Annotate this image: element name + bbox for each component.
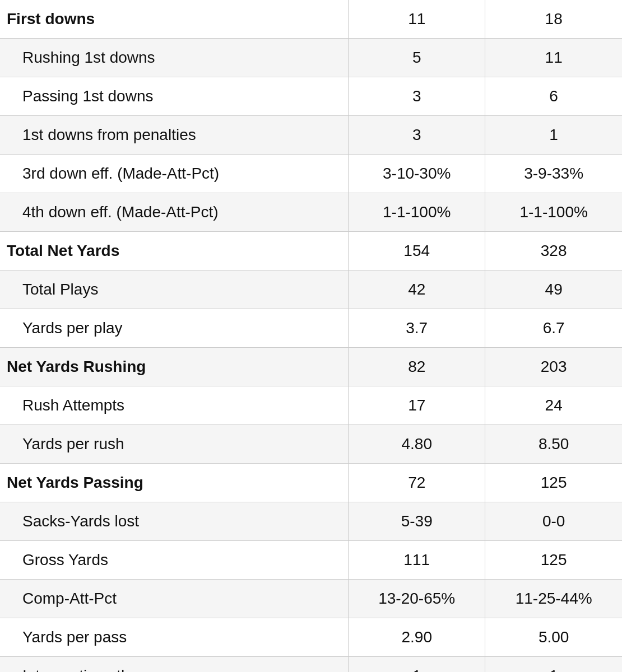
stat-label: Rushing 1st downs [0, 39, 349, 77]
stat-value-team2: 203 [485, 348, 622, 386]
stat-value-team2: 125 [485, 464, 622, 502]
stat-label: Yards per pass [0, 618, 349, 657]
stat-value-team1: 3.7 [349, 309, 485, 348]
stat-value-team1: 4.80 [349, 425, 485, 464]
table-row: Passing 1st downs 3 6 [0, 77, 622, 116]
table-row: Yards per play 3.7 6.7 [0, 309, 622, 348]
stat-value-team1: 3 [349, 77, 485, 116]
table-row: Interceptions thrown 1 1 [0, 657, 622, 673]
stat-label: Net Yards Passing [0, 464, 349, 502]
stat-value-team1: 1-1-100% [349, 193, 485, 232]
stat-value-team2: 6.7 [485, 309, 622, 348]
stat-value-team1: 5 [349, 39, 485, 77]
stat-label: Gross Yards [0, 541, 349, 580]
table-row: Yards per pass 2.90 5.00 [0, 618, 622, 657]
stat-value-team2: 11 [485, 39, 622, 77]
stat-value-team1: 1 [349, 657, 485, 673]
stat-value-team1: 72 [349, 464, 485, 502]
stat-label: 3rd down eff. (Made-Att-Pct) [0, 155, 349, 193]
table-row: 3rd down eff. (Made-Att-Pct) 3-10-30% 3-… [0, 155, 622, 193]
stat-value-team1: 2.90 [349, 618, 485, 657]
stat-value-team2: 0-0 [485, 502, 622, 541]
stat-label: First downs [0, 0, 349, 39]
stat-value-team1: 17 [349, 386, 485, 425]
stat-label: 1st downs from penalties [0, 116, 349, 155]
stat-value-team1: 3-10-30% [349, 155, 485, 193]
table-row: Rushing 1st downs 5 11 [0, 39, 622, 77]
table-row: Gross Yards 111 125 [0, 541, 622, 580]
stat-label: Passing 1st downs [0, 77, 349, 116]
stat-value-team2: 5.00 [485, 618, 622, 657]
stat-label: Net Yards Rushing [0, 348, 349, 386]
table-row: Rush Attempts 17 24 [0, 386, 622, 425]
stat-label: Rush Attempts [0, 386, 349, 425]
stat-value-team2: 125 [485, 541, 622, 580]
table-row: 1st downs from penalties 3 1 [0, 116, 622, 155]
stat-label: Yards per rush [0, 425, 349, 464]
stat-label: 4th down eff. (Made-Att-Pct) [0, 193, 349, 232]
stat-value-team2: 1 [485, 657, 622, 673]
stat-value-team1: 42 [349, 270, 485, 309]
stat-value-team2: 1-1-100% [485, 193, 622, 232]
table-row: Net Yards Rushing 82 203 [0, 348, 622, 386]
stat-value-team2: 8.50 [485, 425, 622, 464]
stats-table: First downs 11 18 Rushing 1st downs 5 11… [0, 0, 622, 672]
stat-value-team1: 5-39 [349, 502, 485, 541]
stat-value-team1: 154 [349, 232, 485, 270]
stat-value-team1: 3 [349, 116, 485, 155]
stat-value-team1: 82 [349, 348, 485, 386]
stat-value-team2: 3-9-33% [485, 155, 622, 193]
stat-value-team1: 13-20-65% [349, 580, 485, 618]
stat-value-team2: 49 [485, 270, 622, 309]
stat-value-team2: 11-25-44% [485, 580, 622, 618]
table-row: Total Net Yards 154 328 [0, 232, 622, 270]
stat-value-team2: 24 [485, 386, 622, 425]
table-row: Total Plays 42 49 [0, 270, 622, 309]
table-row: Sacks-Yards lost 5-39 0-0 [0, 502, 622, 541]
table-row: Net Yards Passing 72 125 [0, 464, 622, 502]
stat-label: Sacks-Yards lost [0, 502, 349, 541]
stat-label: Yards per play [0, 309, 349, 348]
stat-value-team2: 6 [485, 77, 622, 116]
table-row: 4th down eff. (Made-Att-Pct) 1-1-100% 1-… [0, 193, 622, 232]
stat-value-team1: 11 [349, 0, 485, 39]
stat-value-team2: 328 [485, 232, 622, 270]
stat-value-team2: 1 [485, 116, 622, 155]
stat-value-team1: 111 [349, 541, 485, 580]
stat-label: Total Plays [0, 270, 349, 309]
table-row: Comp-Att-Pct 13-20-65% 11-25-44% [0, 580, 622, 618]
stat-value-team2: 18 [485, 0, 622, 39]
stat-label: Comp-Att-Pct [0, 580, 349, 618]
stat-label: Interceptions thrown [0, 657, 349, 673]
table-row: Yards per rush 4.80 8.50 [0, 425, 622, 464]
table-row: First downs 11 18 [0, 0, 622, 39]
stat-label: Total Net Yards [0, 232, 349, 270]
